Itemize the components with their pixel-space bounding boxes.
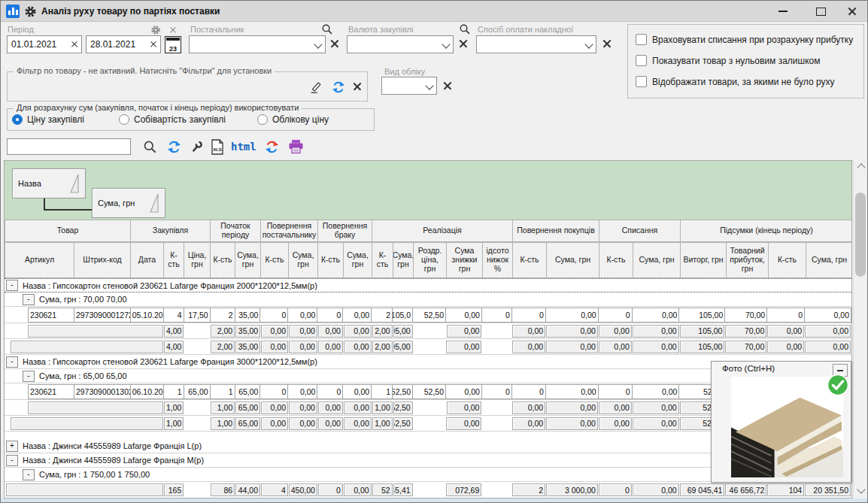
search-icon[interactable] (142, 139, 157, 154)
data-row[interactable]: 230621297309000127205.10.20417,50235,000… (5, 307, 851, 323)
date-from-clear-icon[interactable] (68, 39, 81, 50)
grid-cell[interactable]: 0 (599, 308, 633, 323)
grid-cell[interactable]: 0 (317, 384, 343, 399)
column-header[interactable]: Сума, грн (547, 242, 599, 278)
group-row[interactable]: -Назва : Гипсокартон стеновой 230621 Laf… (5, 278, 851, 292)
column-header[interactable]: К-сть (599, 242, 633, 278)
accounting-dropdown[interactable] (381, 77, 437, 95)
grid-cell[interactable]: 0 (260, 308, 288, 323)
grid-cell[interactable]: 2973090001272 (74, 308, 131, 323)
column-group-header[interactable]: Підсумки (кінець періоду) (681, 220, 852, 242)
scroll-down-button[interactable] (854, 483, 868, 498)
column-group-header[interactable]: Товар (5, 220, 131, 242)
column-header[interactable]: Сума, грн (633, 242, 681, 278)
column-header[interactable]: Ціна, грн (184, 242, 211, 278)
grid-cell[interactable]: 0,00 (633, 384, 680, 399)
group-row[interactable]: -Сума, грн : 70,00 70,00 (5, 292, 851, 307)
period-clear-icon[interactable] (168, 25, 178, 35)
date-to-clear-icon[interactable] (147, 39, 160, 50)
grid-cell[interactable]: 1 (211, 384, 235, 399)
group-card-sum[interactable]: Сума, грн (92, 188, 165, 218)
column-header[interactable]: Сума, грн (806, 242, 852, 278)
accounting-chevron-icon[interactable] (423, 83, 436, 89)
column-header[interactable]: К-сть (318, 242, 344, 278)
column-group-header[interactable]: Повернення постачальнику (261, 220, 318, 242)
collapse-icon[interactable]: - (23, 469, 35, 480)
grid-cell[interactable]: 1 (372, 384, 393, 399)
grid-cell[interactable]: 06.10.20 (131, 384, 164, 399)
summary-row[interactable]: 4,002,0035,000,000,000,000,002,0005,000,… (5, 339, 851, 355)
date-from-field[interactable]: 01.01.2021 (7, 35, 82, 53)
payment-chevron-icon[interactable] (582, 41, 596, 47)
column-header[interactable]: Роздр. ціна, грн (414, 242, 447, 278)
group-card-name[interactable]: Назва (12, 168, 86, 198)
grid-cell[interactable]: 0,00 (546, 384, 599, 399)
grid-cell[interactable]: 0 (260, 384, 288, 399)
column-header[interactable]: Сума, грн (289, 242, 318, 278)
grid-cell[interactable]: 2 (372, 308, 393, 323)
column-header[interactable]: К-сть (211, 242, 235, 278)
grid-cell[interactable]: 230621 (28, 384, 74, 399)
grid-cell[interactable]: 230621 (28, 308, 74, 323)
collapse-icon[interactable]: - (23, 371, 35, 382)
radio-icon[interactable] (257, 114, 268, 125)
collapse-icon[interactable]: - (6, 356, 18, 368)
grid-cell[interactable]: 17,50 (184, 308, 211, 323)
clear-filter-icon[interactable] (352, 81, 363, 92)
column-group-header[interactable]: Списання (599, 220, 681, 242)
checkbox-option-3[interactable]: Відображати товари, за якими не було рух… (636, 76, 834, 87)
grid-cell[interactable]: 0,00 (546, 308, 599, 323)
minimize-button[interactable] (766, 1, 800, 22)
gear-icon[interactable] (23, 5, 37, 18)
radio-icon[interactable] (119, 114, 129, 125)
grid-cell[interactable]: 0 (599, 384, 633, 399)
settings-wrench-icon[interactable] (189, 139, 204, 154)
collapse-icon[interactable]: - (6, 280, 18, 291)
column-header[interactable]: Сума, грн (235, 242, 261, 278)
confirm-check-icon[interactable] (827, 374, 849, 396)
currency-chevron-icon[interactable] (439, 41, 453, 47)
collapse-icon[interactable]: - (6, 455, 18, 466)
column-header[interactable]: Сума, грн (344, 242, 372, 278)
column-header[interactable]: ідсото нижок % (483, 242, 513, 278)
column-header[interactable]: Сума, грн (393, 242, 414, 278)
grid-cell[interactable]: 1 (164, 384, 184, 399)
grid-cell[interactable]: 2973090001302 (74, 384, 131, 399)
grid-cell[interactable]: 35,00 (235, 308, 261, 323)
grid-cell[interactable]: 52,50 (413, 384, 446, 399)
grid-cell[interactable]: 0 (482, 384, 512, 399)
close-button[interactable] (836, 1, 868, 22)
grid-cell[interactable]: 0 (317, 308, 343, 323)
grid-cell[interactable]: 105,0 (393, 308, 413, 323)
collapse-icon[interactable]: - (23, 294, 35, 305)
grid-cell[interactable]: 0 (512, 308, 546, 323)
grid-cell[interactable]: 2 (211, 308, 235, 323)
column-header[interactable]: К-сть (164, 242, 184, 278)
grid-cell[interactable]: 05.10.20 (131, 308, 164, 323)
period-gear-icon[interactable] (150, 24, 162, 36)
currency-search-icon[interactable] (458, 23, 472, 36)
grid-cell[interactable]: 0,00 (288, 384, 317, 399)
grid-cell[interactable]: 0 (482, 308, 512, 323)
column-group-header[interactable]: Початок періоду (211, 220, 261, 242)
expand-icon[interactable]: + (6, 441, 18, 452)
radio-icon[interactable] (12, 114, 23, 125)
grid-cell[interactable]: 0 (767, 308, 805, 323)
grid-cell[interactable]: 0,00 (343, 384, 372, 399)
grid-cell[interactable]: 0 (512, 384, 546, 399)
refresh-icon[interactable] (166, 139, 181, 154)
column-header[interactable]: К-сть (513, 242, 547, 278)
column-header[interactable]: К-сть (261, 242, 289, 278)
total-row[interactable]: 1658644,004450,0000,005245,41072,6923 00… (5, 482, 851, 498)
vertical-scrollbar[interactable] (853, 160, 867, 498)
radio-option-1[interactable]: Ціну закупівлі (12, 114, 84, 125)
checkbox-option-2[interactable]: Показувати товар з нульовим залишком (636, 55, 820, 66)
checkbox-option-1[interactable]: Враховувати списання при розрахунку приб… (636, 34, 853, 45)
refresh-filter-icon[interactable] (331, 80, 346, 95)
grid-cell[interactable]: 4 (164, 308, 184, 323)
column-header[interactable]: К-сть (769, 242, 806, 278)
checkbox-icon[interactable] (636, 55, 647, 66)
column-group-header[interactable]: Повернення покупців (513, 220, 599, 242)
checkbox-icon[interactable] (636, 76, 647, 87)
column-header[interactable]: Штрих-код (74, 242, 131, 278)
